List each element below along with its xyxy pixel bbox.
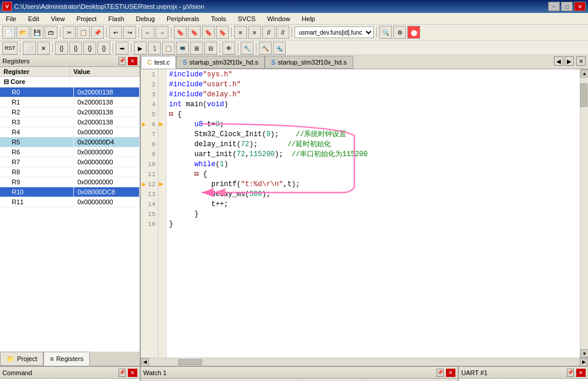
reg-row-r7[interactable]: R7 0x00000000: [0, 157, 140, 167]
reg-row-r0[interactable]: R0 0x20000138: [0, 87, 140, 97]
undo-btn[interactable]: ↩: [109, 26, 122, 39]
menu-tools[interactable]: Tools: [208, 14, 230, 23]
reg-name-r8: R8: [0, 167, 74, 177]
scroll-thumb[interactable]: [580, 83, 587, 107]
settings-btn[interactable]: ⚙: [393, 26, 406, 39]
menu-help[interactable]: Help: [298, 14, 319, 23]
menu-file[interactable]: File: [2, 14, 20, 23]
dbg-layout-btn[interactable]: ⊞: [190, 42, 203, 55]
dbg-cmd-btn[interactable]: 💻: [176, 42, 189, 55]
reg-row-r6[interactable]: R6 0x00000000: [0, 147, 140, 157]
dbg-stepover-btn[interactable]: 📋: [162, 42, 175, 55]
rst-btn[interactable]: RST: [2, 42, 18, 55]
reg-row-r11[interactable]: R11 0x00000000: [0, 197, 140, 207]
tab-test-c[interactable]: C test.c: [141, 56, 176, 69]
scroll-right-btn[interactable]: ▶: [580, 358, 588, 366]
find-btn[interactable]: 🔍: [379, 26, 392, 39]
scroll-left-btn[interactable]: ◀: [141, 358, 149, 366]
dbg-tools-btn[interactable]: 🔨: [259, 42, 272, 55]
minimize-button[interactable]: −: [548, 2, 560, 11]
reg-row-r4[interactable]: R4 0x00000000: [0, 127, 140, 137]
tab-startup-1[interactable]: S startup_stm32f10x_hd.s: [176, 56, 265, 69]
menu-edit[interactable]: Edit: [25, 14, 43, 23]
indent2-btn[interactable]: ≡: [248, 26, 261, 39]
menu-debug[interactable]: Debug: [133, 14, 158, 23]
bookmark3-btn[interactable]: 🔖: [202, 26, 215, 39]
scroll-track[interactable]: [580, 77, 588, 349]
reg-row-r1[interactable]: R1 0x20000138: [0, 97, 140, 107]
tab-close-all-btn[interactable]: ✕: [576, 56, 586, 66]
cmd-close-btn[interactable]: ✕: [128, 369, 137, 377]
tab-startup-2[interactable]: S startup_stm32f10x_hd.s: [265, 56, 353, 69]
code-hscrollbar[interactable]: ◀ ▶: [141, 358, 588, 366]
menu-peripherals[interactable]: Peripherals: [163, 14, 203, 23]
dsep1: [20, 43, 21, 53]
tab-registers[interactable]: ≡ Registers: [43, 352, 90, 366]
cut-btn[interactable]: ✂: [63, 26, 76, 39]
scroll-up-btn[interactable]: ▲: [580, 69, 588, 77]
nav-back-btn[interactable]: ←: [141, 26, 154, 39]
open-btn[interactable]: 📂: [16, 26, 29, 39]
code-vscrollbar[interactable]: ▲ ▼: [580, 69, 588, 358]
dbg-arrow-btn[interactable]: ➡: [116, 42, 129, 55]
reg-row-r3[interactable]: R3 0x20000138: [0, 117, 140, 127]
dbg-braces1[interactable]: {}: [55, 42, 68, 55]
menu-flash[interactable]: Flash: [105, 14, 128, 23]
maximize-button[interactable]: □: [561, 2, 573, 11]
tab-scroll-right-btn[interactable]: ▶: [565, 56, 574, 66]
code-area[interactable]: 1 2 3 4 5 6 7 8 9 10 11 12 13 14 15 16: [141, 69, 588, 358]
watch-dock-btn[interactable]: 📌: [437, 369, 444, 377]
h-scroll-thumb[interactable]: [178, 359, 202, 365]
reg-name-r9: R9: [0, 177, 74, 187]
watch-close-btn[interactable]: ✕: [446, 369, 455, 377]
cmd-dock-btn[interactable]: 📌: [119, 369, 126, 377]
uart-dock-btn[interactable]: 📌: [567, 369, 574, 377]
bookmark-btn[interactable]: 🔖: [174, 26, 187, 39]
dbg-mem-btn[interactable]: 🔧: [241, 42, 254, 55]
code-lines[interactable]: #include "sys.h" #include "usart.h" #inc…: [167, 69, 580, 358]
save-all-btn[interactable]: 🗃: [45, 26, 58, 39]
scroll-down-btn[interactable]: ▼: [580, 349, 588, 358]
bookmark2-btn[interactable]: 🔖: [188, 26, 201, 39]
dbg-layout2-btn[interactable]: ⊟: [204, 42, 217, 55]
indent-btn[interactable]: ≡: [234, 26, 247, 39]
indent3-btn[interactable]: //: [262, 26, 275, 39]
copy-btn[interactable]: 📋: [77, 26, 90, 39]
dbg-braces2[interactable]: {}: [69, 42, 82, 55]
dbg-stop-btn[interactable]: ✕: [37, 42, 50, 55]
dbg-braces3[interactable]: {}: [83, 42, 96, 55]
dbg-tools2-btn[interactable]: 🔩: [273, 42, 286, 55]
dbg-run-btn[interactable]: ▶: [134, 42, 147, 55]
paste-btn[interactable]: 📌: [91, 26, 104, 39]
h-scroll-track[interactable]: [149, 359, 580, 365]
margin-8: [158, 139, 166, 149]
indent4-btn[interactable]: //: [276, 26, 289, 39]
new-file-btn[interactable]: 📄: [2, 26, 15, 39]
function-dropdown[interactable]: usmart_dev.funs[id].func: [295, 26, 374, 38]
save-btn[interactable]: 💾: [31, 26, 43, 39]
reg-row-r2[interactable]: R2 0x20000138: [0, 107, 140, 117]
reg-row-r9[interactable]: R9 0x00000000: [0, 177, 140, 187]
tab-project[interactable]: 📁 Project: [0, 352, 43, 366]
reg-row-r5[interactable]: R5 0x200000D4: [0, 137, 140, 147]
close-button[interactable]: ✕: [574, 2, 586, 11]
uart-panel: UART #1 📌 ✕ S: [459, 367, 588, 381]
bookmark4-btn[interactable]: 🔖: [216, 26, 229, 39]
tab-scroll-left-btn[interactable]: ◀: [554, 56, 563, 66]
nav-fwd-btn[interactable]: →: [156, 26, 168, 39]
registers-close-btn[interactable]: ✕: [128, 57, 137, 65]
menu-svcs[interactable]: SVCS: [234, 14, 259, 23]
dbg-btn1[interactable]: ⬜: [23, 42, 36, 55]
redo-btn[interactable]: ↪: [123, 26, 136, 39]
stop-btn[interactable]: ⬤: [407, 26, 420, 39]
menu-project[interactable]: Project: [73, 14, 100, 23]
reg-row-r8[interactable]: R8 0x00000000: [0, 167, 140, 177]
menu-view[interactable]: View: [48, 14, 69, 23]
menu-window[interactable]: Window: [263, 14, 293, 23]
reg-row-r10[interactable]: R10 0x08000DC8: [0, 187, 140, 197]
dbg-step-btn[interactable]: ⤵: [148, 42, 161, 55]
uart-close-btn[interactable]: ✕: [576, 369, 586, 377]
dock-pin-btn[interactable]: 📌: [119, 57, 126, 65]
dbg-braces4[interactable]: {}: [97, 42, 110, 55]
dbg-watch-btn[interactable]: 👁: [222, 42, 235, 55]
